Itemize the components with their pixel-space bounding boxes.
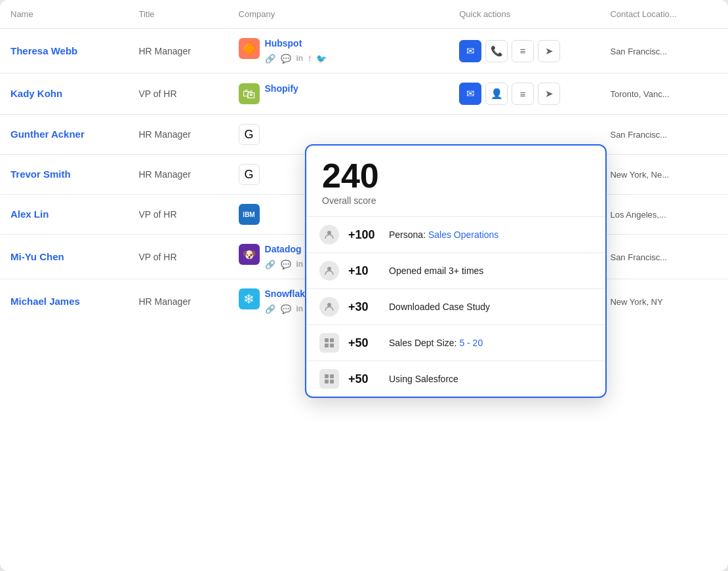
score-description: Opened email 3+ times	[389, 266, 483, 276]
grid-icon	[319, 369, 339, 389]
chat-icon[interactable]: 💬	[281, 260, 291, 269]
score-item: +10 Opened email 3+ times	[306, 253, 605, 289]
svg-point-2	[327, 303, 331, 307]
company-name[interactable]: Shopify	[265, 83, 298, 94]
contact-name[interactable]: Gunther Ackner	[10, 128, 85, 140]
contact-location: Los Angeles,...	[610, 210, 666, 220]
contact-title: HR Manager	[138, 129, 190, 140]
grid-icon	[319, 333, 339, 353]
twitter-icon[interactable]: 🐦	[316, 54, 327, 64]
score-value: +50	[348, 336, 380, 350]
svg-rect-8	[330, 374, 334, 378]
svg-rect-4	[330, 338, 334, 342]
chat-icon[interactable]: 💬	[281, 304, 291, 314]
svg-rect-3	[325, 338, 329, 342]
company-logo: 🔶	[239, 38, 260, 59]
svg-rect-5	[325, 344, 329, 347]
link-icon[interactable]: 🔗	[265, 260, 275, 269]
svg-point-1	[327, 267, 331, 271]
contact-name[interactable]: Alex Lin	[10, 208, 49, 220]
chat-icon[interactable]: 💬	[281, 54, 291, 64]
svg-rect-9	[325, 380, 329, 384]
svg-rect-10	[330, 380, 334, 384]
facebook-icon[interactable]: f	[308, 54, 311, 64]
person-icon	[319, 297, 339, 317]
company-name[interactable]: Hubspot	[265, 38, 327, 49]
company-logo: ❄	[239, 288, 260, 309]
person-icon	[319, 225, 339, 245]
header-name: Name	[0, 0, 128, 29]
quick-actions-group: ✉ 👤 ≡ ➤	[459, 83, 589, 105]
email-button[interactable]: ✉	[459, 83, 481, 105]
score-items: +100 Persona: Sales Operations +10 Opene…	[306, 217, 605, 397]
contact-title: VP of HR	[138, 252, 176, 262]
company-logo: G	[239, 124, 260, 145]
table-row: Theresa Webb HR Manager 🔶 Hubspot 🔗 💬 in	[0, 29, 728, 73]
filter-button[interactable]: ≡	[512, 40, 534, 62]
score-value: +10	[348, 264, 380, 278]
link-icon[interactable]: 🔗	[265, 304, 275, 314]
contact-location: New York, NY	[610, 297, 662, 307]
contact-title: HR Manager	[138, 296, 190, 307]
contact-location: Toronto, Vanc...	[610, 89, 669, 99]
send-button[interactable]: ➤	[538, 83, 560, 105]
score-label: Overall score	[322, 195, 590, 206]
contact-name[interactable]: Trevor Smith	[10, 168, 71, 180]
quick-actions-group: ✉ 📞 ≡ ➤	[459, 40, 589, 62]
contact-title: HR Manager	[138, 169, 190, 180]
linkedin-icon[interactable]: in	[296, 304, 304, 314]
linkedin-icon[interactable]: in	[296, 260, 304, 269]
contact-name[interactable]: Michael James	[10, 296, 80, 307]
svg-point-0	[327, 231, 331, 235]
phone-button[interactable]: 👤	[485, 83, 508, 105]
contact-name[interactable]: Mi-Yu Chen	[10, 251, 64, 262]
contact-title: HR Manager	[138, 46, 190, 56]
filter-button[interactable]: ≡	[512, 83, 534, 105]
contact-name[interactable]: Theresa Webb	[10, 45, 77, 56]
linkedin-icon[interactable]: in	[296, 54, 304, 64]
contact-title: VP of HR	[138, 89, 176, 99]
score-value: +30	[348, 300, 380, 314]
score-description: Using Salesforce	[389, 374, 458, 384]
send-button[interactable]: ➤	[538, 40, 560, 62]
contact-location: San Francisc...	[610, 252, 667, 262]
score-description: Sales Dept Size: 5 - 20	[389, 338, 483, 348]
score-header: 240 Overall score	[306, 146, 605, 217]
company-logo: 🛍	[239, 83, 260, 104]
score-item: +50 Using Salesforce	[306, 361, 605, 397]
company-logo: 🐶	[239, 244, 260, 265]
score-item: +100 Persona: Sales Operations	[306, 217, 605, 253]
score-number: 240	[322, 159, 590, 193]
contact-location: San Francisc...	[610, 130, 667, 140]
contact-name[interactable]: Kady Kohn	[10, 88, 62, 99]
header-title: Title	[128, 0, 228, 29]
score-value: +50	[348, 372, 380, 386]
score-description: Persona: Sales Operations	[389, 229, 498, 240]
link-icon[interactable]: 🔗	[265, 54, 275, 64]
score-item: +50 Sales Dept Size: 5 - 20	[306, 325, 605, 361]
phone-button[interactable]: 📞	[485, 40, 508, 62]
email-button[interactable]: ✉	[459, 40, 481, 62]
company-logo: G	[239, 164, 260, 185]
contact-title: VP of HR	[138, 209, 176, 220]
svg-rect-7	[325, 374, 329, 378]
table-row: Kady Kohn VP of HR 🛍 Shopify ✉	[0, 73, 728, 115]
score-popup: 240 Overall score +100 Persona: Sales Op…	[305, 144, 607, 398]
company-logo: IBM	[239, 204, 260, 225]
contact-location: San Francisc...	[610, 47, 667, 56]
score-description: Downloaded Case Study	[389, 302, 490, 312]
contact-location: New York, Ne...	[610, 170, 669, 180]
svg-rect-6	[330, 344, 334, 347]
score-value: +100	[348, 228, 380, 242]
header-location: Contact Locatio...	[599, 0, 728, 29]
header-company: Company	[228, 0, 449, 29]
header-quick-actions: Quick actions	[449, 0, 599, 29]
score-item: +30 Downloaded Case Study	[306, 289, 605, 325]
person-icon	[319, 261, 339, 281]
